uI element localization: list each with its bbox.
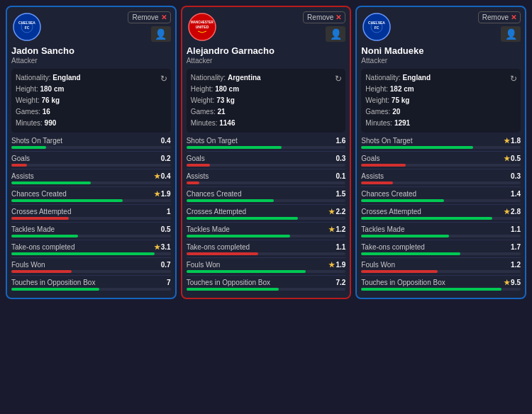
refresh-icon[interactable]: ↻ [510, 72, 517, 86]
stat-label: Assists [11, 172, 34, 180]
stat-divider [187, 222, 346, 223]
bar-fill [11, 199, 123, 202]
stat-value: ★1.2 [328, 225, 345, 233]
stat-bar [11, 181, 171, 184]
manutd-logo: MANCHESTER UNITED [187, 11, 218, 43]
bar-fill [361, 181, 393, 184]
bar-fill [361, 217, 492, 220]
stat-row: Crosses Attempted★2.2 [187, 208, 346, 223]
stat-bar [361, 146, 521, 149]
stat-value: 1.6 [336, 137, 345, 145]
bar-fill [187, 288, 279, 291]
stat-bar [11, 199, 171, 202]
stat-label-row: Assists0.3 [361, 172, 521, 180]
stat-label-row: Take-ons completed1.7 [361, 243, 521, 251]
bar-fill [11, 164, 27, 167]
info-row: Height: 182 cm [365, 84, 516, 95]
stat-bar [361, 235, 521, 237]
stat-label: Chances Created [187, 190, 242, 198]
stat-value: 0.5 [161, 225, 171, 233]
stat-row: Assists★0.4 [11, 172, 171, 187]
stat-divider [361, 151, 521, 152]
stat-row: Touches in Opposition Box7 [11, 279, 171, 291]
stat-row: Touches in Opposition Box7.2 [187, 279, 346, 291]
stat-bar [187, 235, 346, 237]
svg-text:FC: FC [25, 26, 30, 30]
remove-button[interactable]: Remove ✕ [478, 11, 521, 23]
stat-label: Chances Created [11, 190, 67, 198]
player-role: Attacker [11, 57, 171, 65]
stat-bar [187, 288, 346, 291]
info-row: Nationality: England [365, 72, 516, 84]
chelsea-logo: CHELSEA FC [11, 11, 43, 43]
player-info: ↻Nationality: EnglandHeight: 180 cmWeigh… [11, 69, 171, 133]
stat-bar [11, 146, 171, 149]
card-header: CHELSEA FC Remove ✕👤 [11, 11, 171, 43]
bar-fill [11, 270, 72, 273]
stat-label-row: Fouls Won0.7 [11, 261, 171, 269]
profile-icon[interactable]: 👤 [501, 26, 521, 42]
bar-fill [187, 217, 298, 220]
stat-value: ★2.2 [328, 208, 345, 216]
bar-fill [11, 217, 69, 220]
player-role: Attacker [361, 57, 521, 65]
stat-bar [11, 217, 171, 220]
stat-divider [187, 240, 346, 240]
stat-value: 1.7 [511, 243, 521, 251]
stat-label-row: Tackles Made★1.2 [187, 225, 346, 233]
player-card-sancho: CHELSEA FC Remove ✕👤Jadon SanchoAttacker… [6, 6, 177, 299]
bar-fill [187, 146, 282, 149]
stat-value: ★1.9 [328, 261, 345, 269]
stat-bar [187, 164, 346, 167]
stat-value: ★0.4 [154, 172, 171, 180]
star-icon: ★ [504, 208, 510, 216]
stat-label: Fouls Won [187, 261, 221, 269]
stat-divider [11, 257, 171, 258]
stat-label: Fouls Won [361, 261, 395, 269]
stat-row: Tackles Made1.1 [361, 225, 521, 240]
chelsea-logo: CHELSEA FC [361, 11, 392, 43]
stat-bar [187, 217, 346, 220]
close-icon: ✕ [161, 13, 167, 21]
bar-fill [187, 164, 211, 167]
star-icon: ★ [504, 279, 510, 286]
profile-icon[interactable]: 👤 [326, 26, 345, 42]
remove-label: Remove [307, 13, 333, 21]
bar-fill [361, 288, 501, 291]
refresh-icon[interactable]: ↻ [335, 72, 342, 86]
star-icon: ★ [328, 261, 335, 269]
stat-bar [361, 199, 521, 202]
stat-row: Goals0.2 [11, 155, 171, 169]
stat-bar [361, 270, 521, 273]
stat-value: 1.1 [511, 225, 521, 233]
stat-bar [11, 270, 171, 273]
stat-label-row: Goals0.3 [187, 155, 346, 162]
player-card-garnacho: MANCHESTER UNITED Remove ✕👤Alejandro Gar… [181, 6, 352, 299]
stat-bar [187, 146, 346, 149]
bar-fill [361, 199, 444, 202]
stat-label: Touches in Opposition Box [361, 279, 445, 286]
remove-button[interactable]: Remove ✕ [128, 11, 170, 23]
info-row: Weight: 75 kg [365, 95, 516, 106]
bar-fill [11, 252, 155, 255]
bar-fill [187, 270, 306, 273]
stat-label-row: Shots On Target0.4 [11, 137, 171, 145]
refresh-icon[interactable]: ↻ [160, 72, 167, 86]
bar-fill [361, 252, 460, 255]
stat-label-row: Goals★0.5 [361, 155, 521, 162]
stat-label-row: Chances Created★1.9 [11, 190, 171, 198]
stat-divider [187, 151, 346, 152]
player-info: ↻Nationality: EnglandHeight: 182 cmWeigh… [361, 69, 521, 133]
stat-label-row: Tackles Made0.5 [11, 225, 171, 233]
profile-icon[interactable]: 👤 [151, 26, 171, 42]
player-info: ↻Nationality: ArgentinaHeight: 180 cmWei… [187, 69, 346, 133]
remove-button[interactable]: Remove ✕ [303, 11, 345, 23]
bar-fill [11, 146, 46, 149]
info-row: Nationality: England [16, 72, 167, 84]
stat-bar [187, 270, 346, 273]
stat-row: Fouls Won★1.9 [187, 261, 346, 276]
close-icon: ✕ [511, 13, 516, 21]
info-row: Games: 20 [365, 106, 516, 118]
stat-divider [361, 169, 521, 169]
stat-label: Fouls Won [11, 261, 45, 269]
